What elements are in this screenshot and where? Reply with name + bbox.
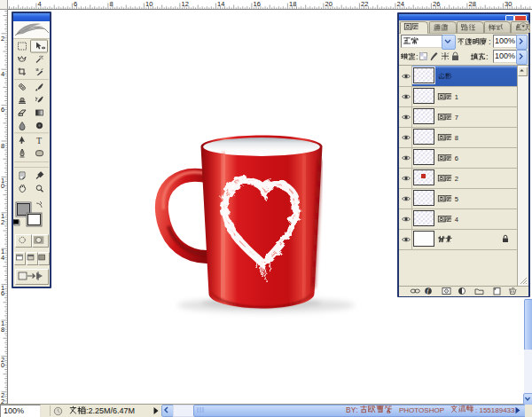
svg-text:6: 6 [1,289,4,297]
svg-text:T: T [36,136,42,146]
svg-text:0: 0 [1,182,4,190]
svg-text:2: 2 [455,175,458,183]
svg-text:12: 12 [182,0,189,8]
svg-text:20: 20 [325,0,332,8]
svg-text:24: 24 [397,0,404,8]
svg-text:2: 2 [1,35,4,43]
svg-text:6: 6 [1,106,4,114]
svg-text:6: 6 [74,0,77,8]
svg-text:8: 8 [110,0,113,8]
svg-text:4: 4 [1,70,4,78]
svg-text:30: 30 [505,0,512,8]
svg-text:7: 7 [455,114,458,122]
svg-text:4: 4 [38,0,42,8]
svg-text:4: 4 [1,254,4,262]
svg-text:8: 8 [455,134,458,142]
svg-text:8: 8 [1,326,4,334]
svg-text:0: 0 [1,361,4,369]
svg-text:2: 2 [1,218,4,226]
svg-text:1: 1 [455,93,458,101]
svg-text:6: 6 [455,154,458,162]
svg-text:4: 4 [455,216,458,224]
svg-text:22: 22 [361,0,368,8]
svg-text:28: 28 [469,0,476,8]
svg-text:16: 16 [254,0,261,8]
svg-text:8: 8 [1,142,4,150]
svg-text:26: 26 [433,0,440,8]
svg-text:10: 10 [145,0,153,8]
svg-text:5: 5 [455,195,458,203]
svg-text:18: 18 [289,0,296,8]
svg-text:14: 14 [217,0,224,8]
